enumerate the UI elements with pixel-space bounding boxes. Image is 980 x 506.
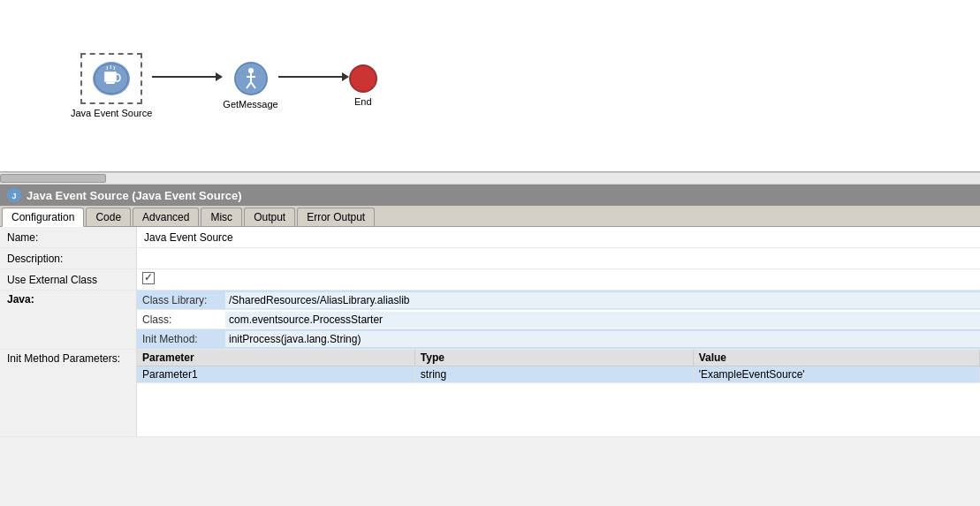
java-event-source-icon xyxy=(93,62,130,95)
name-row: Name: xyxy=(0,227,980,248)
name-input[interactable] xyxy=(142,230,975,245)
java-sub-rows: Class Library: /SharedResources/AliasLib… xyxy=(137,291,980,349)
tab-code[interactable]: Code xyxy=(86,208,131,226)
use-external-class-label: Use External Class xyxy=(0,269,137,290)
panel-header: J Java Event Source (Java Event Source) xyxy=(0,185,980,206)
tab-misc[interactable]: Misc xyxy=(201,208,242,226)
node-end[interactable]: End xyxy=(349,64,377,107)
get-message-icon xyxy=(234,62,268,95)
class-value[interactable]: com.eventsource.ProcessStarter xyxy=(225,312,980,328)
class-library-row: Class Library: /SharedResources/AliasLib… xyxy=(137,291,980,310)
config-panel: Name: Description: Use External Class Ja… xyxy=(0,227,980,437)
description-row: Description: xyxy=(0,248,980,269)
workflow-canvas: Java Event Source GetMessage xyxy=(0,0,980,172)
svg-rect-1 xyxy=(104,72,117,82)
arrow-head-1 xyxy=(216,72,223,81)
params-row-0[interactable]: Parameter1 string 'ExampleEventSource' xyxy=(137,366,980,383)
description-input[interactable] xyxy=(142,252,975,266)
java-event-source-label: Java Event Source xyxy=(71,108,152,118)
get-message-label: GetMessage xyxy=(223,99,277,110)
end-icon xyxy=(349,64,377,93)
init-method-row: Init Method: initProcess(java.lang.Strin… xyxy=(137,329,980,349)
description-value xyxy=(137,250,980,268)
arrow-line-2 xyxy=(278,76,342,78)
arrow-1 xyxy=(152,72,223,81)
params-section-label: Init Method Parameters: xyxy=(0,350,137,436)
params-col-parameter: Parameter xyxy=(137,350,415,366)
node-box-java[interactable] xyxy=(80,53,142,104)
svg-rect-2 xyxy=(106,82,115,84)
params-col-type: Type xyxy=(415,350,694,366)
params-table-header: Parameter Type Value xyxy=(137,350,980,366)
class-row: Class: com.eventsource.ProcessStarter xyxy=(137,310,980,329)
workflow-nodes: Java Event Source GetMessage xyxy=(71,53,377,118)
params-cell-parameter-0: Parameter1 xyxy=(137,366,415,382)
params-col-value: Value xyxy=(694,350,980,366)
params-empty-area xyxy=(137,383,980,436)
params-section: Init Method Parameters: Parameter Type V… xyxy=(0,350,980,437)
tab-configuration[interactable]: Configuration xyxy=(2,208,84,227)
end-label: End xyxy=(354,96,372,107)
panel-icon: J xyxy=(7,188,21,202)
use-external-class-checkbox[interactable] xyxy=(142,272,155,284)
init-method-value[interactable]: initProcess(java.lang.String) xyxy=(225,331,980,347)
init-method-label: Init Method: xyxy=(137,331,225,347)
name-value xyxy=(137,229,980,246)
use-external-class-row: Use External Class xyxy=(0,269,980,291)
tab-output[interactable]: Output xyxy=(244,208,295,226)
horizontal-scrollbar[interactable] xyxy=(0,172,980,185)
params-cell-type-0: string xyxy=(415,366,694,382)
java-label: Java: xyxy=(0,291,137,349)
svg-point-4 xyxy=(248,68,254,73)
tab-bar: Configuration Code Advanced Misc Output … xyxy=(0,206,980,227)
arrow-head-2 xyxy=(342,72,349,81)
node-java-event-source[interactable]: Java Event Source xyxy=(71,53,152,118)
name-label: Name: xyxy=(0,227,137,247)
arrow-line-1 xyxy=(152,76,216,78)
scroll-thumb[interactable] xyxy=(0,174,106,183)
node-get-message[interactable]: GetMessage xyxy=(223,62,277,110)
params-cell-value-0: 'ExampleEventSource' xyxy=(694,366,980,382)
class-library-label: Class Library: xyxy=(137,292,225,308)
tab-advanced[interactable]: Advanced xyxy=(133,208,199,226)
class-library-value[interactable]: /SharedResources/AliasLibrary.aliaslib xyxy=(225,292,980,308)
svg-text:J: J xyxy=(11,192,16,200)
params-table: Parameter Type Value Parameter1 string '… xyxy=(137,350,980,436)
tab-error-output[interactable]: Error Output xyxy=(297,208,375,226)
panel-title: Java Event Source (Java Event Source) xyxy=(27,189,242,202)
class-label: Class: xyxy=(137,312,225,328)
arrow-2 xyxy=(278,72,349,81)
description-label: Description: xyxy=(0,248,137,268)
use-external-class-value xyxy=(137,270,980,289)
java-section: Java: Class Library: /SharedResources/Al… xyxy=(0,291,980,350)
